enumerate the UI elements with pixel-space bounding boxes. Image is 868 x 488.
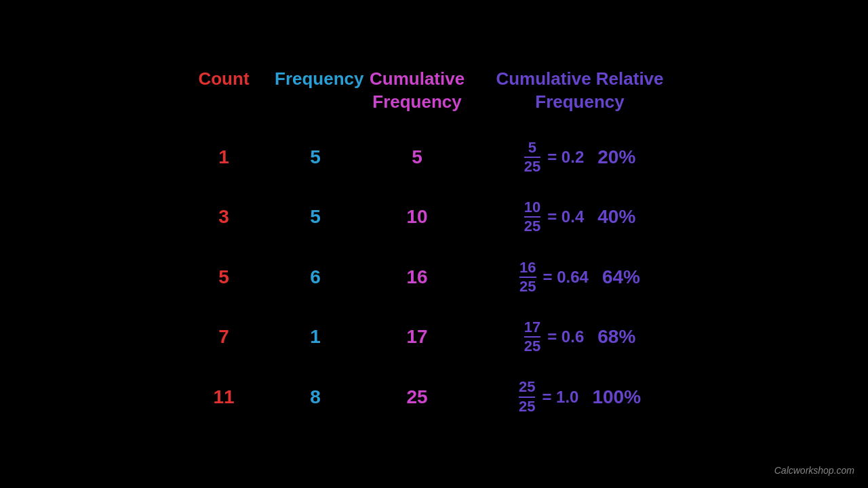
row5-cumfreq: 25 bbox=[363, 367, 471, 426]
row1-fraction: 5 25 bbox=[524, 140, 540, 175]
row2-cumfreq: 10 bbox=[363, 187, 471, 247]
row2-freq: 5 bbox=[268, 187, 363, 247]
row2-fraction: 10 25 bbox=[524, 199, 540, 235]
row5-count: 11 bbox=[180, 367, 268, 426]
row1-decimal: = 0.2 bbox=[547, 148, 584, 167]
watermark: Calcworkshop.com bbox=[774, 465, 854, 476]
row3-decimal: = 0.64 bbox=[543, 268, 589, 287]
row4-cumfreq: 17 bbox=[363, 307, 471, 367]
header-cumfreq: Cumulative Frequency bbox=[363, 61, 471, 127]
row4-decimal: = 0.6 bbox=[547, 327, 584, 346]
row5-freq: 8 bbox=[268, 367, 363, 426]
row5-fraction: 25 25 bbox=[519, 379, 535, 414]
row1-freq: 5 bbox=[268, 127, 363, 187]
row4-fraction: 17 25 bbox=[524, 319, 540, 354]
row1-cumfreq: 5 bbox=[363, 127, 471, 187]
table-grid: Count Frequency Cumulative Frequency Cum… bbox=[180, 61, 688, 426]
row5-percent: 100% bbox=[592, 386, 641, 408]
header-frequency: Frequency bbox=[268, 61, 363, 127]
row3-freq: 6 bbox=[268, 247, 363, 307]
row4-percent: 68% bbox=[597, 326, 635, 348]
row4-count: 7 bbox=[180, 307, 268, 367]
row3-percent: 64% bbox=[602, 266, 640, 288]
row2-decimal: = 0.4 bbox=[547, 207, 584, 226]
row2-count: 3 bbox=[180, 187, 268, 247]
row5-decimal: = 1.0 bbox=[542, 388, 578, 407]
row2-percent: 40% bbox=[597, 206, 635, 228]
row3-cumfreq: 16 bbox=[363, 247, 471, 307]
row1-cumrelfreq: 5 25 = 0.2 20% bbox=[471, 127, 688, 187]
row5-cumrelfreq: 25 25 = 1.0 100% bbox=[471, 367, 688, 426]
row2-cumrelfreq: 10 25 = 0.4 40% bbox=[471, 187, 688, 247]
row4-cumrelfreq: 17 25 = 0.6 68% bbox=[471, 307, 688, 367]
main-table: Count Frequency Cumulative Frequency Cum… bbox=[180, 61, 688, 426]
row4-freq: 1 bbox=[268, 307, 363, 367]
row3-count: 5 bbox=[180, 247, 268, 307]
row3-cumrelfreq: 16 25 = 0.64 64% bbox=[471, 247, 688, 307]
row3-fraction: 16 25 bbox=[519, 260, 536, 295]
row1-count: 1 bbox=[180, 127, 268, 187]
header-count: Count bbox=[180, 61, 268, 127]
header-cumrelfreq: Cumulative RelativeFrequency bbox=[471, 61, 688, 127]
row1-percent: 20% bbox=[597, 146, 635, 168]
